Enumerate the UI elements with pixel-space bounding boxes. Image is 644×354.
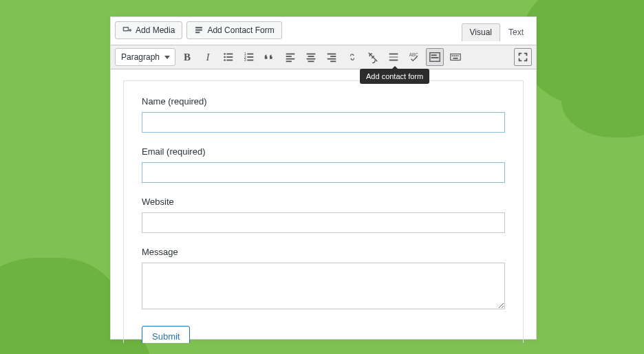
svg-rect-3 [226, 56, 233, 58]
svg-rect-24 [389, 54, 398, 55]
field-label: Email (required) [142, 146, 505, 157]
field-message: Message [142, 247, 505, 312]
svg-rect-23 [330, 60, 336, 62]
svg-rect-18 [307, 58, 316, 60]
svg-rect-19 [308, 60, 314, 62]
bold-icon: B [184, 52, 191, 63]
add-media-button[interactable]: Add Media [115, 21, 182, 39]
blockquote-icon [264, 51, 276, 63]
form-icon [194, 25, 204, 35]
svg-rect-26 [389, 60, 398, 61]
name-input[interactable] [142, 112, 505, 133]
tab-text[interactable]: Text [500, 23, 532, 41]
field-website: Website [142, 197, 505, 233]
format-selector-label: Paragraph [121, 52, 160, 62]
svg-rect-9 [247, 56, 253, 58]
align-left-icon [284, 51, 297, 63]
fullscreen-button[interactable] [514, 48, 532, 66]
tooltip-add-contact-form: Add contact form [360, 69, 429, 84]
read-more-icon [387, 51, 400, 63]
media-icon [122, 25, 132, 35]
submit-button[interactable]: Submit [142, 326, 190, 343]
svg-rect-21 [330, 56, 336, 57]
svg-rect-34 [455, 55, 457, 56]
email-input[interactable] [142, 162, 505, 183]
svg-rect-1 [226, 54, 233, 55]
field-label: Name (required) [142, 96, 505, 107]
svg-rect-36 [453, 58, 458, 59]
keyboard-shortcuts-button[interactable] [447, 48, 464, 66]
fullscreen-icon [517, 51, 529, 63]
svg-rect-17 [308, 56, 314, 57]
contact-form-preview: Name (required) Email (required) Website… [123, 80, 524, 343]
svg-rect-25 [389, 56, 398, 58]
website-input[interactable] [142, 212, 505, 233]
blockquote-button[interactable] [261, 48, 279, 66]
svg-rect-13 [286, 56, 292, 57]
field-name: Name (required) [142, 96, 505, 133]
field-email: Email (required) [142, 146, 505, 183]
editor-canvas[interactable]: Name (required) Email (required) Website… [111, 69, 536, 343]
bold-button[interactable]: B [178, 48, 196, 66]
svg-rect-31 [451, 54, 460, 60]
remove-link-button[interactable] [364, 48, 382, 66]
svg-point-0 [224, 53, 226, 55]
editor-mode-tabs: Visual Text [462, 20, 532, 41]
editor-panel: Add Media Add Contact Form Visual Text P… [110, 16, 537, 340]
format-selector[interactable]: Paragraph [115, 48, 175, 66]
format-toolbar: Paragraph B I 123 ABC [111, 45, 536, 69]
message-textarea[interactable] [142, 263, 505, 309]
insert-more-button[interactable] [385, 48, 402, 66]
svg-rect-5 [226, 60, 233, 61]
svg-rect-22 [328, 58, 336, 60]
field-label: Message [142, 247, 505, 257]
link-icon [346, 51, 358, 63]
svg-text:3: 3 [244, 58, 246, 62]
svg-rect-20 [328, 54, 336, 55]
svg-rect-15 [286, 60, 292, 62]
svg-rect-11 [247, 60, 253, 61]
align-right-icon [325, 51, 338, 63]
bulleted-list-icon [222, 51, 235, 63]
svg-rect-14 [286, 58, 295, 60]
add-media-label: Add Media [136, 25, 175, 35]
align-right-button[interactable] [323, 48, 341, 66]
svg-rect-30 [431, 57, 439, 58]
field-label: Website [142, 197, 505, 207]
numbered-list-icon: 123 [243, 51, 255, 63]
unlink-icon [367, 51, 379, 63]
spellcheck-icon: ABC [408, 51, 420, 63]
svg-rect-33 [453, 55, 455, 56]
italic-button[interactable]: I [199, 48, 217, 66]
add-contact-form-button[interactable]: Add Contact Form [186, 21, 281, 39]
svg-rect-32 [452, 55, 453, 56]
align-center-icon [305, 51, 317, 63]
spellcheck-button[interactable]: ABC [405, 48, 423, 66]
svg-point-2 [224, 56, 226, 58]
numbered-list-button[interactable]: 123 [240, 48, 258, 66]
media-toolbar: Add Media Add Contact Form Visual Text [111, 17, 536, 45]
add-contact-form-label: Add Contact Form [207, 25, 274, 35]
toolbar-add-contact-form-button[interactable] [426, 48, 444, 66]
svg-rect-12 [286, 54, 295, 55]
keyboard-icon [449, 51, 462, 63]
svg-rect-7 [247, 54, 253, 55]
svg-rect-16 [307, 54, 316, 55]
svg-rect-29 [431, 54, 437, 56]
bulleted-list-button[interactable] [219, 48, 237, 66]
italic-icon: I [206, 52, 210, 63]
align-left-button[interactable] [281, 48, 299, 66]
svg-rect-35 [458, 55, 459, 56]
svg-point-4 [224, 59, 226, 61]
align-center-button[interactable] [302, 48, 320, 66]
insert-link-button[interactable] [343, 48, 361, 66]
add-contact-form-icon [429, 51, 441, 63]
tab-visual[interactable]: Visual [462, 23, 500, 41]
